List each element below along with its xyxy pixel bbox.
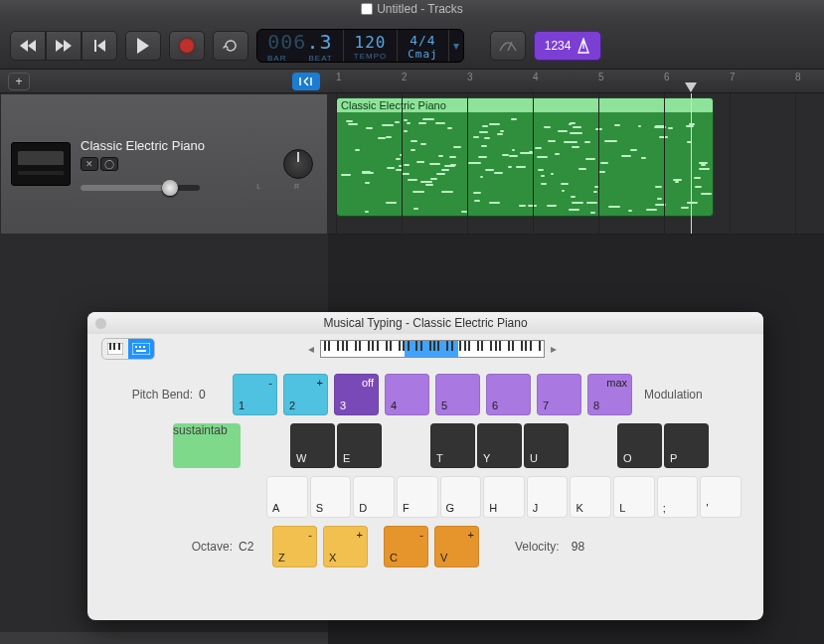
lcd-tempo: 120 <box>355 33 387 52</box>
playhead[interactable] <box>691 93 692 234</box>
close-button[interactable] <box>95 318 106 329</box>
modulation-key-5[interactable]: 5 <box>435 374 480 415</box>
octave-value: C2 <box>239 540 266 554</box>
track-name: Classic Electric Piano <box>81 138 317 153</box>
octave-down-key[interactable]: -Z <box>272 526 317 567</box>
record-button[interactable] <box>169 31 205 61</box>
svg-rect-4 <box>118 343 120 350</box>
sustain-key[interactable]: sustaintab <box>173 423 241 468</box>
keyboard-range[interactable] <box>320 340 545 358</box>
white-key-j[interactable]: J <box>527 476 569 518</box>
timeline-ruler[interactable]: 12345678 <box>328 70 824 93</box>
ruler-tick: 3 <box>467 72 473 82</box>
range-left-button[interactable]: ◂ <box>308 342 314 356</box>
monitor-button[interactable]: ◯ <box>100 157 118 171</box>
rewind-button[interactable] <box>10 31 46 61</box>
white-key-k[interactable]: K <box>570 476 611 518</box>
mt-title: Musical Typing - Classic Electric Piano <box>87 316 763 330</box>
modulation-off-key[interactable]: off3 <box>334 374 379 415</box>
white-key-s[interactable]: S <box>310 476 352 518</box>
mute-button[interactable]: ✕ <box>81 157 98 171</box>
mt-titlebar[interactable]: Musical Typing - Classic Electric Piano <box>87 312 763 334</box>
pitchbend-up-key[interactable]: +2 <box>283 374 328 415</box>
black-key-o[interactable]: O <box>617 423 662 468</box>
white-key-h[interactable]: H <box>483 476 525 518</box>
add-track-button[interactable]: + <box>8 73 30 90</box>
cycle-icon <box>223 39 239 53</box>
modulation-key-7[interactable]: 7 <box>537 374 581 415</box>
lcd-beat: .3 <box>306 30 332 54</box>
velocity-value: 98 <box>572 540 584 554</box>
svg-rect-3 <box>113 343 115 350</box>
modulation-max-key[interactable]: max8 <box>587 374 632 415</box>
octave-label: Octave: <box>109 540 233 554</box>
black-key-t[interactable]: T <box>430 423 475 468</box>
lcd-display[interactable]: 006.3 BARBEAT 120 TEMPO 4/4 Cmaj ▾ <box>256 29 464 63</box>
transport-toolbar: 006.3 BARBEAT 120 TEMPO 4/4 Cmaj ▾ 1234 <box>0 22 824 70</box>
ruler-tick: 2 <box>402 72 408 82</box>
lcd-bar: 006 <box>267 30 306 54</box>
lcd-key: Cmaj <box>408 48 438 61</box>
white-key-d[interactable]: D <box>353 476 395 518</box>
white-key-apos[interactable]: ' <box>700 476 742 518</box>
black-key-w[interactable]: W <box>290 423 335 468</box>
count-in-button[interactable]: 1234 <box>534 31 602 61</box>
velocity-down-key[interactable]: -C <box>384 526 428 567</box>
modulation-label: Modulation <box>644 388 703 402</box>
svg-rect-8 <box>143 346 145 348</box>
white-key-g[interactable]: G <box>440 476 482 518</box>
record-icon <box>180 39 194 53</box>
white-key-semi[interactable]: ; <box>657 476 699 518</box>
play-button[interactable] <box>125 31 161 61</box>
instrument-icon <box>11 142 71 186</box>
modulation-key-6[interactable]: 6 <box>486 374 531 415</box>
pitchbend-down-key[interactable]: -1 <box>233 374 277 415</box>
ruler-tick: 7 <box>730 72 736 82</box>
svg-rect-2 <box>109 343 111 350</box>
black-key-y[interactable]: Y <box>477 423 522 468</box>
ruler-tick: 5 <box>598 72 604 82</box>
filter-icon <box>298 76 314 87</box>
pitchbend-label: Pitch Bend: <box>109 388 193 402</box>
tuner-button[interactable] <box>490 31 526 61</box>
pitchbend-value: 0 <box>199 388 227 402</box>
musical-typing-window[interactable]: Musical Typing - Classic Electric Piano … <box>87 312 763 620</box>
modulation-key-4[interactable]: 4 <box>385 374 429 415</box>
white-key-f[interactable]: F <box>397 476 438 518</box>
pan-knob[interactable] <box>283 149 313 179</box>
ruler-tick: 1 <box>336 72 342 82</box>
white-key-a[interactable]: A <box>266 476 308 518</box>
lcd-timesig: 4/4 <box>410 33 435 48</box>
black-key-p[interactable]: P <box>664 423 709 468</box>
velocity-label: Velocity: <box>515 540 560 554</box>
count-in-label: 1234 <box>545 39 572 53</box>
velocity-up-key[interactable]: +V <box>434 526 479 567</box>
region-title: Classic Electric Piano <box>337 98 713 112</box>
track-header[interactable]: Classic Electric Piano ✕ ◯ L R <box>0 93 328 235</box>
document-icon <box>361 3 373 15</box>
cycle-button[interactable] <box>213 31 248 61</box>
piano-view-icon[interactable] <box>102 339 128 359</box>
octave-up-key[interactable]: +X <box>323 526 368 567</box>
tuner-icon <box>498 39 518 53</box>
svg-rect-9 <box>136 350 146 352</box>
white-key-l[interactable]: L <box>613 476 655 518</box>
ruler-tick: 4 <box>533 72 539 82</box>
midi-notes <box>337 112 713 214</box>
volume-slider[interactable] <box>81 185 200 191</box>
black-key-u[interactable]: U <box>524 423 569 468</box>
svg-rect-7 <box>139 346 141 348</box>
chevron-down-icon[interactable]: ▾ <box>453 39 459 53</box>
midi-region[interactable]: Classic Electric Piano <box>336 97 714 217</box>
black-key-e[interactable]: E <box>337 423 382 468</box>
metronome-icon <box>577 38 590 54</box>
range-right-button[interactable]: ▸ <box>551 342 557 356</box>
svg-rect-6 <box>135 346 137 348</box>
typing-view-icon[interactable] <box>128 339 154 359</box>
ruler-tick: 8 <box>795 72 801 82</box>
svg-rect-5 <box>132 343 150 355</box>
forward-button[interactable] <box>46 31 82 61</box>
view-mode-segment[interactable] <box>101 338 155 360</box>
go-to-start-button[interactable] <box>82 31 117 61</box>
track-filter-button[interactable] <box>292 73 320 90</box>
